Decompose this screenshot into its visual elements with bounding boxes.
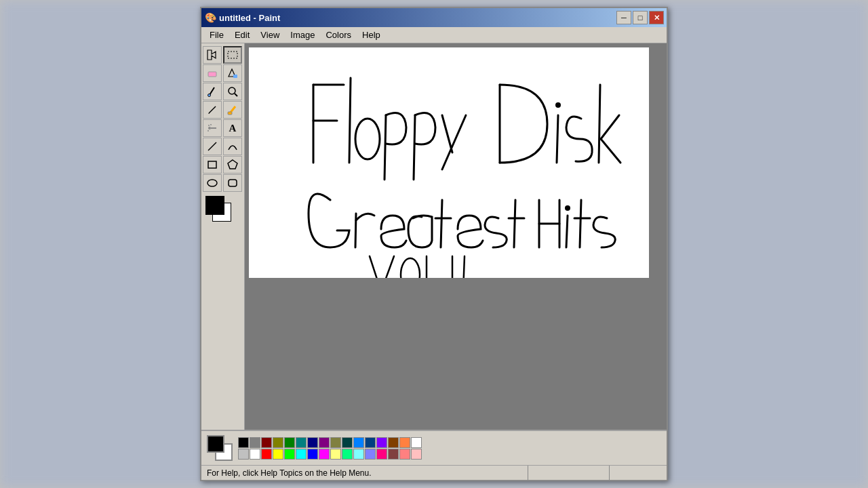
- svg-point-16: [208, 130, 209, 131]
- close-button[interactable]: ✕: [649, 11, 664, 24]
- maximize-button[interactable]: □: [633, 11, 648, 24]
- menu-view[interactable]: View: [255, 28, 285, 41]
- canvas-drawing: [249, 47, 649, 278]
- fill-tool[interactable]: [223, 64, 242, 82]
- svg-point-6: [229, 87, 235, 94]
- color-swatch[interactable]: [296, 449, 307, 460]
- rect-tool[interactable]: [203, 156, 222, 174]
- magnify-tool[interactable]: [223, 83, 242, 100]
- menu-colors[interactable]: Colors: [320, 28, 357, 41]
- color-swatch[interactable]: [319, 449, 330, 460]
- svg-rect-18: [208, 161, 216, 168]
- color-swatch[interactable]: [399, 437, 410, 448]
- color-swatch[interactable]: [330, 449, 341, 460]
- brush-tool[interactable]: [223, 101, 242, 119]
- rounded-rect-tool[interactable]: [223, 174, 242, 192]
- color-swatch[interactable]: [284, 449, 295, 460]
- text-tool[interactable]: A: [223, 119, 242, 137]
- palette-foreground-color[interactable]: [207, 435, 224, 453]
- color-swatch[interactable]: [365, 437, 376, 448]
- color-swatch[interactable]: [273, 437, 283, 448]
- svg-point-20: [208, 180, 217, 186]
- svg-point-15: [210, 124, 212, 125]
- canvas-wrapper: [249, 47, 649, 278]
- status-help-text: For Help, click Help Topics on the Help …: [207, 468, 372, 478]
- status-size: [610, 466, 664, 480]
- status-coords: [528, 466, 610, 480]
- color-swatch[interactable]: [399, 449, 410, 460]
- svg-rect-21: [229, 180, 237, 186]
- color-swatch[interactable]: [353, 449, 364, 460]
- color-swatch[interactable]: [273, 449, 283, 460]
- select-rect-tool[interactable]: [223, 46, 242, 64]
- app-icon: 🎨: [204, 12, 216, 24]
- color-swatch[interactable]: [261, 437, 272, 448]
- window-controls: ─ □ ✕: [616, 11, 664, 24]
- palette-bar: [201, 430, 667, 465]
- line-tool[interactable]: [203, 138, 222, 155]
- color-swatch[interactable]: [376, 449, 387, 460]
- eyedropper-tool[interactable]: [203, 83, 222, 100]
- ellipse-tool[interactable]: [203, 174, 222, 192]
- svg-point-25: [401, 258, 420, 278]
- polygon-tool[interactable]: [223, 156, 242, 174]
- svg-line-4: [210, 87, 214, 95]
- color-swatch[interactable]: [411, 449, 422, 460]
- color-swatch[interactable]: [319, 437, 330, 448]
- color-swatch[interactable]: [376, 437, 387, 448]
- palette-row-1: [238, 437, 422, 448]
- svg-point-5: [208, 94, 211, 97]
- window-title: untitled - Paint: [219, 13, 616, 23]
- color-swatch[interactable]: [238, 437, 249, 448]
- svg-point-12: [208, 127, 211, 129]
- svg-line-17: [208, 142, 216, 150]
- svg-rect-3: [233, 75, 237, 78]
- eraser-tool[interactable]: [203, 64, 222, 82]
- color-palette: [238, 437, 422, 460]
- color-preview: [205, 196, 235, 223]
- paint-window: 🎨 untitled - Paint ─ □ ✕ File Edit View …: [200, 7, 668, 481]
- color-swatch[interactable]: [250, 449, 260, 460]
- color-swatch[interactable]: [388, 449, 399, 460]
- menu-bar: File Edit View Image Colors Help: [201, 27, 667, 43]
- toolbar: A: [201, 43, 245, 430]
- select-free-tool[interactable]: [203, 46, 222, 64]
- svg-line-7: [235, 94, 237, 96]
- color-swatch[interactable]: [388, 437, 399, 448]
- canvas-container[interactable]: [245, 43, 667, 430]
- color-swatch[interactable]: [365, 449, 376, 460]
- color-swatch[interactable]: [353, 437, 364, 448]
- drawing-canvas[interactable]: [249, 47, 649, 278]
- svg-point-22: [355, 119, 380, 159]
- svg-point-23: [555, 102, 561, 108]
- pencil-tool[interactable]: [203, 101, 222, 119]
- color-swatch[interactable]: [342, 449, 353, 460]
- color-swatch[interactable]: [307, 437, 318, 448]
- minimize-button[interactable]: ─: [616, 11, 631, 24]
- menu-help[interactable]: Help: [357, 28, 386, 41]
- color-swatch[interactable]: [330, 437, 341, 448]
- color-swatch[interactable]: [284, 437, 295, 448]
- color-swatch[interactable]: [411, 437, 422, 448]
- menu-edit[interactable]: Edit: [229, 28, 255, 41]
- curve-tool[interactable]: [223, 138, 242, 155]
- airbrush-tool[interactable]: [203, 119, 222, 137]
- svg-point-24: [565, 205, 570, 211]
- color-swatch[interactable]: [296, 437, 307, 448]
- title-bar: 🎨 untitled - Paint ─ □ ✕: [201, 8, 667, 27]
- menu-image[interactable]: Image: [285, 28, 320, 41]
- tool-grid: A: [203, 46, 243, 192]
- color-swatch[interactable]: [238, 449, 249, 460]
- foreground-color-swatch[interactable]: [205, 196, 224, 215]
- color-swatch[interactable]: [342, 437, 353, 448]
- palette-color-selector: [207, 435, 233, 461]
- color-swatch[interactable]: [307, 449, 318, 460]
- menu-file[interactable]: File: [204, 28, 229, 41]
- color-swatch[interactable]: [261, 449, 272, 460]
- svg-rect-1: [228, 52, 237, 58]
- color-swatch[interactable]: [250, 437, 260, 448]
- palette-row-2: [238, 449, 422, 460]
- svg-marker-0: [208, 50, 216, 60]
- status-bar: For Help, click Help Topics on the Help …: [201, 465, 667, 480]
- main-content: A: [201, 43, 667, 430]
